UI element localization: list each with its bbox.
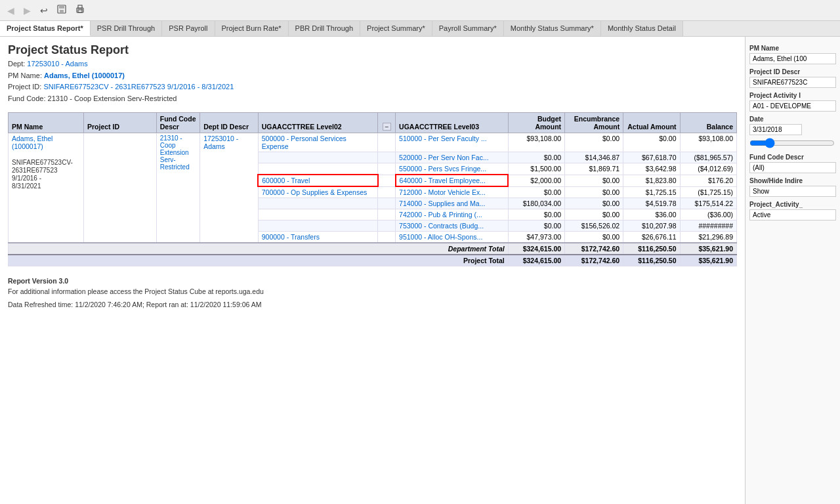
panel-date-label: Date bbox=[749, 116, 836, 123]
back-alt-button[interactable]: ↩ bbox=[37, 3, 51, 18]
cell-fund-code: 21310 - Coop Extension Serv- Restricted bbox=[156, 133, 200, 243]
pm-label: PM Name: bbox=[8, 72, 42, 79]
tab-psr-payroll[interactable]: PSR Payroll bbox=[162, 21, 215, 36]
report-version: Report Version 3.0 bbox=[8, 277, 737, 285]
cell-budget-8: $0.00 bbox=[508, 220, 564, 232]
cell-dept-descr: 17253010 - Adams bbox=[200, 133, 259, 243]
right-panel: PM Name Adams, Ethel (100 Project ID Des… bbox=[745, 37, 840, 504]
cell-budget-1: $93,108.00 bbox=[508, 133, 564, 152]
cell-level03-6: 714000 - Supplies and Ma... bbox=[396, 198, 509, 209]
tab-monthly-status-summary[interactable]: Monthly Status Summary* bbox=[504, 21, 601, 36]
print-button[interactable] bbox=[72, 3, 88, 18]
panel-proj-id-value[interactable]: SNIFARE677523C bbox=[749, 77, 836, 88]
main-layout: Project Status Report Dept: 17253010 - A… bbox=[0, 37, 840, 504]
dept-total-label: Department Total bbox=[9, 243, 509, 255]
cell-project-id bbox=[83, 133, 156, 243]
cell-balance-8: ######### bbox=[680, 220, 736, 232]
save-button[interactable] bbox=[54, 3, 70, 18]
cell-actual-4: $1,823.80 bbox=[623, 175, 680, 186]
report-info: For additional information please access… bbox=[8, 287, 737, 295]
tabs-bar: Project Status Report* PSR Drill Through… bbox=[0, 21, 840, 37]
cell-budget-4: $2,000.00 bbox=[508, 175, 564, 186]
project-id-value: SNIFARE677523CV - 2631RE677523 9/1/2016 … bbox=[43, 83, 234, 91]
project-id-label: Project ID: bbox=[8, 83, 41, 91]
cell-enc-8: $156,526.02 bbox=[565, 220, 623, 232]
panel-proj-activity-value[interactable]: A01 - DEVELOPME bbox=[749, 100, 836, 112]
panel-fund-code-label: Fund Code Descr bbox=[749, 154, 836, 161]
cell-level03-8: 753000 - Contracts (Budg... bbox=[396, 220, 509, 232]
cell-balance-6: $175,514.22 bbox=[680, 198, 736, 209]
cell-level03-2: 520000 - Per Serv Non Fac... bbox=[396, 152, 509, 163]
cell-budget-6: $180,034.00 bbox=[508, 198, 564, 209]
fund-code-label: Fund Code: bbox=[8, 94, 45, 102]
panel-date-value[interactable]: 3/31/2018 bbox=[749, 124, 802, 135]
cell-budget-9: $47,973.00 bbox=[508, 232, 564, 243]
svg-rect-1 bbox=[59, 5, 64, 9]
panel-pm-name-label: PM Name bbox=[749, 45, 836, 52]
col-actual: Actual Amount bbox=[623, 113, 680, 133]
cell-actual-5: $1,725.15 bbox=[623, 186, 680, 198]
col-budget: Budget Amount bbox=[508, 113, 564, 133]
cell-level03-7: 742000 - Pub & Printing (... bbox=[396, 209, 509, 220]
cell-actual-7: $36.00 bbox=[623, 209, 680, 220]
cell-level02-3 bbox=[258, 163, 378, 175]
tab-project-summary[interactable]: Project Summary* bbox=[360, 21, 432, 36]
collapse-button[interactable]: – bbox=[383, 123, 391, 131]
cell-balance-2: ($81,965.57) bbox=[680, 152, 736, 163]
dept-value: 17253010 - Adams bbox=[27, 60, 87, 68]
proj-total-balance: $35,621.90 bbox=[680, 255, 736, 266]
cell-level02-8 bbox=[258, 220, 378, 232]
cell-collapse-6 bbox=[378, 198, 396, 209]
cell-enc-6: $0.00 bbox=[565, 198, 623, 209]
cell-collapse-4 bbox=[378, 175, 396, 186]
dept-total-actual: $116,250.50 bbox=[623, 243, 680, 255]
cell-level03-3: 550000 - Pers Svcs Fringe... bbox=[396, 163, 509, 175]
cell-collapse-9 bbox=[378, 232, 396, 243]
cell-balance-7: ($36.00) bbox=[680, 209, 736, 220]
cell-level02-7 bbox=[258, 209, 378, 220]
tab-project-burn-rate[interactable]: Project Burn Rate* bbox=[215, 21, 289, 36]
panel-pm-name-value[interactable]: Adams, Ethel (100 bbox=[749, 53, 836, 64]
tab-payroll-summary[interactable]: Payroll Summary* bbox=[432, 21, 504, 36]
cell-level03-9: 951000 - Alloc OH-Spons... bbox=[396, 232, 509, 243]
cell-level03-5: 712000 - Motor Vehicle Ex... bbox=[396, 186, 509, 198]
cell-balance-1: $93,108.00 bbox=[680, 133, 736, 152]
cell-actual-1: $0.00 bbox=[623, 133, 680, 152]
back-button[interactable]: ◀ bbox=[4, 3, 18, 18]
panel-proj-activity2-value[interactable]: Active bbox=[749, 209, 836, 220]
tab-monthly-status-detail[interactable]: Monthly Status Detail bbox=[601, 21, 683, 36]
panel-show-hide-value[interactable]: Show bbox=[749, 186, 836, 197]
col-collapse[interactable]: – bbox=[378, 113, 396, 133]
proj-total-actual: $116,250.50 bbox=[623, 255, 680, 266]
cell-level02-4: 600000 - Travel bbox=[258, 175, 378, 186]
cell-budget-2: $0.00 bbox=[508, 152, 564, 163]
cell-collapse-8 bbox=[378, 220, 396, 232]
cell-enc-3: $1,869.71 bbox=[565, 163, 623, 175]
col-project-id: Project ID bbox=[83, 113, 156, 133]
col-pm-name: PM Name bbox=[9, 113, 84, 133]
table-row: Adams, Ethel(1000017) SNIFARE677523CV-26… bbox=[9, 133, 737, 152]
cell-level02-5: 700000 - Op Supplies & Expenses bbox=[258, 186, 378, 198]
tab-project-status-report[interactable]: Project Status Report* bbox=[0, 21, 91, 36]
pm-name-cell[interactable]: Adams, Ethel(1000017) bbox=[12, 135, 52, 150]
forward-button[interactable]: ▶ bbox=[20, 3, 34, 18]
panel-fund-code-value[interactable]: (All) bbox=[749, 162, 836, 173]
report-title: Project Status Report bbox=[8, 43, 737, 57]
cell-collapse-2 bbox=[378, 152, 396, 163]
cell-level03-1: 510000 - Per Serv Faculty ... bbox=[396, 133, 509, 152]
col-dept-descr: Dept ID Descr bbox=[200, 113, 259, 133]
cell-enc-7: $0.00 bbox=[565, 209, 623, 220]
cell-balance-9: $21,296.89 bbox=[680, 232, 736, 243]
dept-total-enc: $172,742.60 bbox=[565, 243, 623, 255]
col-balance: Balance bbox=[680, 113, 736, 133]
date-slider[interactable] bbox=[749, 138, 835, 148]
dept-total-balance: $35,621.90 bbox=[680, 243, 736, 255]
proj-total-budget: $324,615.00 bbox=[508, 255, 564, 266]
tab-psr-drill-through[interactable]: PSR Drill Through bbox=[91, 21, 162, 36]
cell-enc-1: $0.00 bbox=[565, 133, 623, 152]
tab-pbr-drill-through[interactable]: PBR Drill Through bbox=[289, 21, 360, 36]
cell-level02-6 bbox=[258, 198, 378, 209]
cell-actual-2: $67,618.70 bbox=[623, 152, 680, 163]
data-table: PM Name Project ID Fund Code Descr Dept … bbox=[8, 112, 737, 266]
toolbar: ◀ ▶ ↩ bbox=[0, 0, 840, 21]
